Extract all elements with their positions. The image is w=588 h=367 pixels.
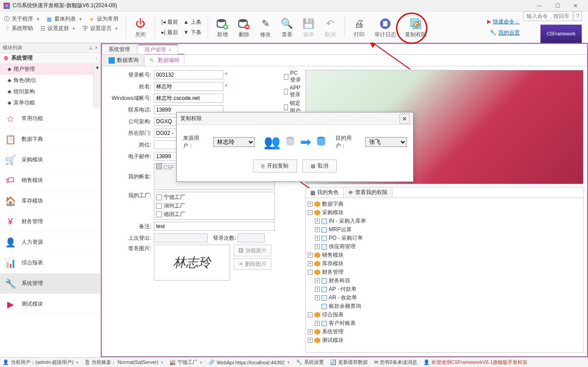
my-settings-link[interactable]: 我的设置 bbox=[498, 29, 520, 37]
save-icon: 💾 bbox=[302, 17, 315, 30]
nav-last[interactable]: ▸|最后 bbox=[161, 29, 178, 36]
view-button[interactable]: 🔍查看 bbox=[276, 15, 298, 41]
tree-node[interactable]: +客户对账表 bbox=[308, 319, 581, 328]
chk-app[interactable]: APP登录 bbox=[284, 85, 303, 99]
last-login-label: 上次登出: bbox=[105, 234, 154, 242]
role-tab-my[interactable]: ▦我的角色 bbox=[306, 187, 344, 198]
account-field[interactable] bbox=[154, 70, 223, 79]
close-panel-icon[interactable]: × bbox=[95, 45, 98, 51]
remark-field[interactable] bbox=[154, 222, 275, 231]
close-window-button[interactable]: ✕ bbox=[566, 1, 584, 11]
tree-node[interactable]: +测试模块 bbox=[308, 336, 581, 345]
close-tab-icon[interactable]: × bbox=[169, 47, 171, 52]
sidebar-tree-0[interactable]: 用户管理 bbox=[0, 64, 93, 75]
tab-user[interactable]: 用户管理× bbox=[138, 44, 178, 54]
sidebar-module-8[interactable]: 🔧系统管理 bbox=[0, 273, 100, 294]
print-button[interactable]: 🖨打印 bbox=[348, 15, 370, 41]
sidebar-module-3[interactable]: 🏷销售模块 bbox=[0, 170, 100, 191]
status-cache[interactable]: 🔄更新缓存数据 bbox=[330, 359, 368, 366]
skin-menu[interactable]: ☷设置皮肤▼ bbox=[39, 25, 76, 32]
edit-button[interactable]: ✎修改 bbox=[255, 15, 276, 41]
copy-perm-button[interactable]: 复制权限 bbox=[401, 15, 431, 41]
factory-item[interactable]: 宁德工厂 bbox=[155, 193, 274, 202]
modal-close-button[interactable]: ✕ bbox=[400, 114, 409, 124]
sidebar-module-1[interactable]: 📋数据字典 bbox=[0, 129, 100, 150]
delete-button[interactable]: 删除 bbox=[233, 15, 255, 41]
permission-tree[interactable]: +数据字典-采购模块+IN - 采购入库单+MRP运算+PO - 采购订单+供应… bbox=[305, 198, 584, 353]
tree-node[interactable]: 账款余额查询 bbox=[308, 302, 581, 311]
sidebar-module-9[interactable]: ▶测试模块 bbox=[0, 294, 100, 315]
titlebar: C C/S系统快速开发框架-旗舰版V6.1(2024-09) — ☐ ✕ bbox=[0, 0, 588, 12]
tree-node[interactable]: +销售模块 bbox=[308, 251, 581, 259]
sidebar-module-5[interactable]: ¥财务管理 bbox=[0, 212, 100, 232]
nav-prev[interactable]: ▲上条 bbox=[183, 18, 201, 26]
cancel-button[interactable]: ↶取消 bbox=[319, 15, 341, 41]
dst-user-select[interactable]: 张飞 bbox=[365, 137, 407, 147]
name-field[interactable] bbox=[154, 82, 223, 91]
remark-label: 备注: bbox=[105, 223, 154, 230]
factory-item[interactable]: 德国工厂 bbox=[155, 210, 274, 219]
inner-tab-edit[interactable]: ✎数据编辑 bbox=[144, 54, 184, 66]
tree-node[interactable]: +AR - 收款单 bbox=[308, 294, 581, 302]
save-button[interactable]: 💾保存 bbox=[298, 15, 319, 41]
start-copy-button[interactable]: ⎘开始复制 bbox=[253, 160, 297, 173]
tree-node[interactable]: +MRP运算 bbox=[308, 225, 581, 234]
db-add-icon bbox=[216, 17, 229, 30]
tree-node[interactable]: +数据字典 bbox=[308, 200, 581, 208]
nav-next[interactable]: ▼下条 bbox=[183, 29, 201, 36]
phone-label: 联系电话: bbox=[105, 106, 154, 114]
role-tab-view[interactable]: 👁查看我的权限 bbox=[344, 187, 392, 198]
sidebar-scrollbar[interactable]: ▴ bbox=[93, 64, 100, 108]
sidebar-module-6[interactable]: 👤人力资源 bbox=[0, 232, 100, 253]
sidebar-module-0[interactable]: ☆常用功能 bbox=[0, 108, 100, 129]
cancel-modal-button[interactable]: ⊠取消 bbox=[302, 160, 337, 173]
tab-sys[interactable]: 系统管理 bbox=[102, 44, 137, 54]
help-menu[interactable]: ❔系统帮助 bbox=[4, 25, 33, 32]
tree-node[interactable]: -采购模块 bbox=[308, 208, 581, 217]
set-common[interactable]: ★设为常用 bbox=[89, 15, 118, 23]
sidebar-tree-1[interactable]: 角色/岗位 bbox=[0, 75, 93, 86]
lang-menu[interactable]: 字设置语言▼ bbox=[82, 25, 118, 32]
tree-node[interactable]: +PO - 采购订单 bbox=[308, 234, 581, 242]
sidebar-tree-2[interactable]: 组织架构 bbox=[0, 86, 93, 97]
status-factory[interactable]: 🏭宁德工厂▾ bbox=[170, 359, 202, 366]
delete-image-button[interactable]: ✕删除图片 bbox=[234, 258, 271, 270]
cmd-help-button[interactable]: ? bbox=[574, 11, 582, 21]
status-msg[interactable]: ✉您有0条未读消息 bbox=[374, 359, 417, 366]
chk-pc[interactable]: PC登录 bbox=[284, 70, 303, 84]
status-user[interactable]: 👤当前用户：(admin-超级用户)▾ bbox=[3, 359, 78, 366]
sidebar-tree-3[interactable]: 菜单功能 bbox=[0, 97, 93, 108]
tree-node[interactable]: +财务科目 bbox=[308, 276, 581, 285]
maximize-button[interactable]: ☐ bbox=[549, 1, 566, 11]
quick-cmd-input[interactable] bbox=[523, 11, 573, 21]
close-button[interactable]: ⏻ 关闭 bbox=[130, 15, 151, 41]
tree-node[interactable]: +IN - 采购入库单 bbox=[308, 217, 581, 225]
status-settings[interactable]: 🔧系统设置 bbox=[296, 359, 324, 366]
domain-field[interactable] bbox=[154, 94, 223, 103]
tree-node[interactable]: -综合报表 bbox=[308, 311, 581, 319]
tree-node[interactable]: +库存模块 bbox=[308, 259, 581, 268]
cs-banner: CSFramework bbox=[540, 25, 582, 43]
tree-node[interactable]: -财务管理 bbox=[308, 268, 581, 276]
minimize-button[interactable]: — bbox=[531, 1, 549, 11]
db-del-icon bbox=[238, 17, 250, 30]
add-button[interactable]: 新增 bbox=[212, 15, 233, 41]
tree-node[interactable]: +供应商管理 bbox=[308, 242, 581, 251]
status-book[interactable]: 🗄当前账套： Normal(SqlServer)▾ bbox=[85, 359, 163, 366]
src-user-select[interactable]: 林志玲 bbox=[213, 137, 255, 147]
windows-menu[interactable]: ▦窗体列表▼ bbox=[46, 15, 83, 23]
pin-icon[interactable]: ⊥ bbox=[89, 45, 93, 51]
about-menu[interactable]: ⓘ关于程序▼ bbox=[4, 15, 40, 23]
sidebar-module-2[interactable]: 🛒采购模块 bbox=[0, 150, 100, 170]
audit-button[interactable]: 审计日志 bbox=[370, 15, 401, 41]
tree-node[interactable]: +系统管理 bbox=[308, 328, 581, 336]
nav-first[interactable]: |◂最前 bbox=[161, 18, 178, 26]
sidebar-group-sys[interactable]: ⚙系统管理 ‹ bbox=[0, 53, 100, 64]
tree-node[interactable]: +AP - 付款单 bbox=[308, 285, 581, 294]
factory-list[interactable]: 宁德工厂湖州工厂德国工厂 bbox=[154, 192, 275, 220]
sidebar-module-7[interactable]: 📊综合报表 bbox=[0, 253, 100, 273]
load-image-button[interactable]: 🖼加载图片 bbox=[234, 245, 271, 256]
inner-tab-query[interactable]: 数据查询 bbox=[104, 54, 144, 66]
sidebar-module-4[interactable]: 🏠库存模块 bbox=[0, 191, 100, 212]
factory-item[interactable]: 湖州工厂 bbox=[155, 202, 274, 210]
